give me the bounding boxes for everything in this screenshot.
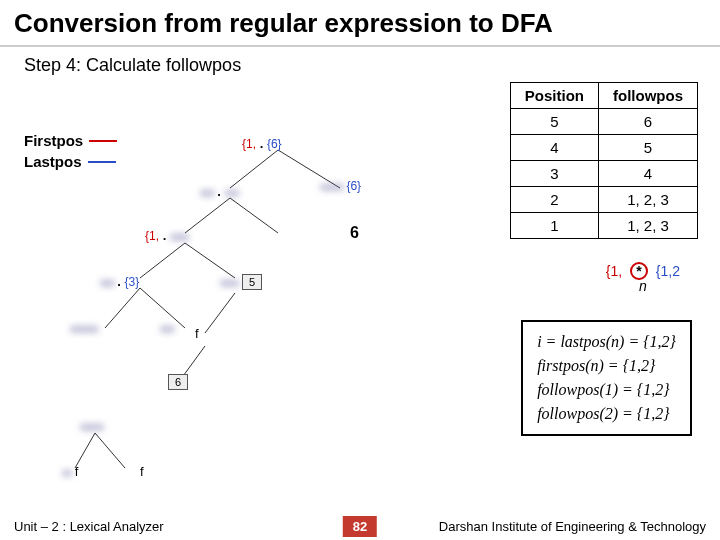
lp: {6} [346,179,361,193]
followpos-table: Positionfollowpos 56 45 34 21, 2, 3 11, … [510,82,698,239]
star-node-detail: {1, * {1,2 n [606,262,680,294]
fp: {1, [606,263,622,279]
table-row: 21, 2, 3 [510,187,697,213]
blur-text: aaaa [220,277,238,288]
eq-line: i = lastpos(n) = {1,2} [537,330,676,354]
node-n: n [606,278,680,294]
footer: Unit – 2 : Lexical Analyzer 82 Darshan I… [0,519,720,534]
table-row: 34 [510,161,697,187]
rlabel: 6 [350,224,359,241]
blur-text: aaa [200,187,214,198]
blur-text: aaaaaa [70,323,97,334]
op-dot: . [260,136,264,151]
svg-line-3 [230,198,278,233]
th-follow: followpos [599,83,698,109]
equations-box: i = lastpos(n) = {1,2} firstpos(n) = {1,… [521,320,692,436]
fp: {1, [145,229,159,243]
fp: {1, [242,137,256,151]
svg-line-10 [75,433,95,468]
eq-line: firstpos(n) = {1,2} [537,354,676,378]
op-dot: . [117,274,121,289]
th-pos: Position [510,83,598,109]
op-dot: . [217,184,221,199]
leaf: f [195,326,199,341]
tree-edges-icon [20,128,450,488]
blur-text: aaaaa [320,181,343,192]
svg-line-4 [140,243,185,278]
page-title: Conversion from regular expression to DF… [0,0,720,47]
blur-text: aaaa [170,231,188,242]
box: 5 [242,274,262,290]
lp: {1,2 [656,263,680,279]
blur-text: aa [62,467,71,478]
institute-label: Darshan Institute of Engineering & Techn… [439,519,720,534]
blur-text: aaa [100,277,114,288]
blur-text: aaaaa [80,421,103,432]
step-heading: Step 4: Calculate followpos [0,47,720,78]
table-row: 11, 2, 3 [510,213,697,239]
leaf: f [140,464,144,479]
lp: {3} [125,275,140,289]
svg-line-0 [230,150,278,188]
svg-line-5 [185,243,235,278]
box: 6 [168,374,188,390]
svg-line-6 [205,293,235,333]
svg-line-11 [95,433,125,468]
svg-line-8 [105,288,140,328]
blur-text: aaa [160,323,174,334]
table-row: 56 [510,109,697,135]
unit-label: Unit – 2 : Lexical Analyzer [0,519,164,534]
eq-line: followpos(2) = {1,2} [537,402,676,426]
table-row: 45 [510,135,697,161]
eq-line: followpos(1) = {1,2} [537,378,676,402]
syntax-tree: {1, . {6} aaa . aaa aaaaa {6} 6 {1, . aa… [20,128,450,488]
lp: {6} [267,137,282,151]
leaf: f [75,464,79,479]
blur-text: aaa [225,187,239,198]
page-number: 82 [343,516,377,537]
op-dot: . [163,228,167,243]
svg-line-2 [185,198,230,233]
